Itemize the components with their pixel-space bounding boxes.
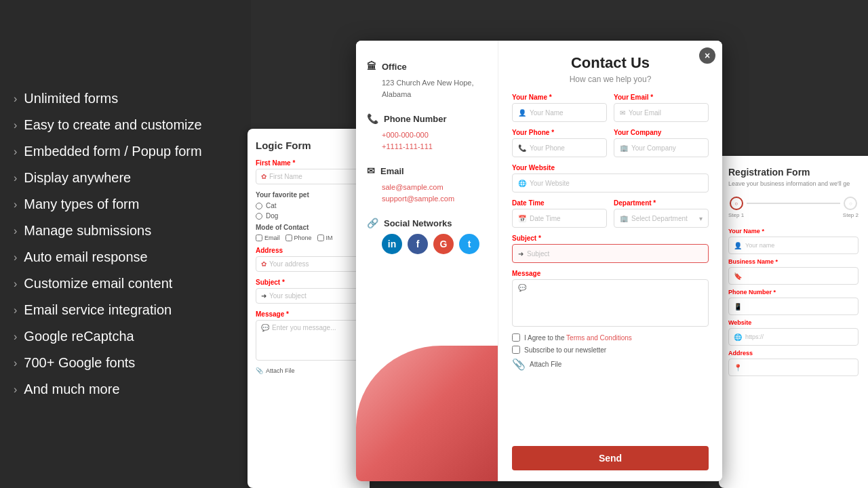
email-1: sale@sample.com (382, 182, 487, 193)
lf-subject-input[interactable]: ➜ Your subject (256, 288, 361, 304)
feature-item: ›Manage submissions (14, 220, 237, 241)
google-icon[interactable]: G (433, 234, 454, 254)
reg-phone-input[interactable]: 📱 (728, 298, 859, 315)
email-title: ✉ Email (367, 165, 487, 176)
reg-name-input[interactable]: 👤 Your name (728, 237, 859, 254)
message-group: Message 💬 (512, 270, 709, 327)
lf-mode-options: Email Phone IM (256, 235, 361, 241)
subject-icon: ➜ (518, 250, 524, 258)
lf-address-label: Address (256, 247, 361, 254)
office-address: 123 Church Ave New Hope, Alabama (367, 77, 487, 100)
lf-mode-email[interactable]: Email (256, 235, 280, 241)
datetime-dept-row: Date Time 📅 Date Time Department * 🏢 Sel… (512, 199, 709, 228)
phone-company-row: Your Phone * 📞 Your Phone Your Company 🏢… (512, 129, 709, 157)
terms-checkbox[interactable] (512, 333, 520, 342)
your-phone-input[interactable]: 📞 Your Phone (512, 138, 607, 157)
lf-first-name-input[interactable]: ✿ First Name (256, 169, 361, 184)
lf-mode-label: Mode of Contact (256, 224, 361, 231)
department-select[interactable]: 🏢 Select Department ▾ (614, 209, 709, 228)
email-2: support@sample.com (382, 193, 487, 205)
attach-row[interactable]: 📎 Attach File (512, 358, 709, 371)
department-label: Department * (614, 199, 709, 207)
message-input[interactable]: 💬 (512, 279, 709, 327)
feature-item: ›Easy to create and customize (14, 115, 237, 136)
email-icon: ✉ (367, 165, 375, 176)
your-name-input[interactable]: 👤 Your Name (512, 103, 607, 122)
reg-business-input[interactable]: 🔖 (728, 267, 859, 285)
feature-label: Auto email response (24, 249, 147, 265)
office-section: 🏛 Office 123 Church Ave New Hope, Alabam… (367, 61, 487, 100)
reg-step-1: ○ Step 1 (728, 197, 744, 218)
your-website-input[interactable]: 🌐 Your Website (512, 174, 709, 192)
your-company-label: Your Company (614, 129, 709, 136)
step-2-circle: ○ (844, 197, 857, 210)
feature-item: ›And much more (14, 379, 237, 400)
feature-label: Easy to create and customize (24, 117, 201, 133)
feature-label: Many types of form (24, 197, 139, 212)
website-input-icon: 🌐 (518, 180, 526, 187)
chevron-right-icon: › (14, 304, 17, 317)
feature-label: Customize email content (24, 276, 172, 291)
your-phone-group: Your Phone * 📞 Your Phone (512, 129, 607, 157)
lf-radio-dog[interactable]: Dog (256, 212, 361, 220)
your-company-input[interactable]: 🏢 Your Company (614, 138, 709, 157)
newsletter-checkbox[interactable] (512, 346, 520, 354)
subject-input[interactable]: ➜ Subject (512, 244, 709, 263)
social-icon: 🔗 (367, 218, 378, 228)
reg-steps: ○ Step 1 ○ Step 2 (728, 197, 859, 218)
feature-item: ›Customize email content (14, 273, 237, 294)
reg-website-input[interactable]: 🌐 https:// (728, 328, 859, 346)
your-website-group: Your Website 🌐 Your Website (512, 164, 709, 192)
step-2-label: Step 2 (843, 212, 859, 218)
email-input-icon: ✉ (620, 109, 625, 117)
your-email-input[interactable]: ✉ Your Email (614, 103, 709, 122)
terms-row: I Agree to the Terms and Conditions (512, 333, 709, 342)
lf-address-input[interactable]: ✿ Your address (256, 256, 361, 272)
phone-input-icon: 📞 (518, 144, 526, 152)
lf-message-input[interactable]: 💬 Enter you message... (256, 320, 361, 361)
lf-first-name-label: First Name * (256, 159, 361, 167)
name-input-icon: 👤 (518, 109, 526, 117)
social-icons-row: in f G t (367, 234, 487, 254)
lf-message-label: Message * (256, 310, 361, 318)
feature-item: ›Display anywhere (14, 167, 237, 188)
phone-numbers: +000-000-000 +1111-111-111 (367, 129, 487, 152)
name-email-row: Your Name * 👤 Your Name Your Email * ✉ Y… (512, 94, 709, 122)
chevron-right-icon: › (14, 119, 17, 131)
feature-label: Display anywhere (24, 170, 131, 186)
chevron-right-icon: › (14, 357, 17, 369)
reg-address-input[interactable]: 📍 (728, 359, 859, 376)
terms-link[interactable]: Terms and Conditions (566, 334, 632, 342)
your-email-label: Your Email * (614, 94, 709, 101)
your-company-group: Your Company 🏢 Your Company (614, 129, 709, 157)
newsletter-row: Subscribe to our newsletter (512, 346, 709, 354)
modal-close-button[interactable]: × (699, 47, 715, 64)
chevron-right-icon: › (14, 199, 17, 211)
lf-mode-im[interactable]: IM (317, 235, 333, 241)
phone-title: 📞 Phone Number (367, 113, 487, 124)
features-panel: ›Unlimited forms›Easy to create and cust… (0, 0, 251, 488)
lf-attach[interactable]: 📎 Attach File (256, 367, 361, 374)
subject-group: Subject * ➜ Subject (512, 235, 709, 263)
reg-name-label: Your Name * (728, 228, 859, 235)
feature-label: And much more (24, 382, 119, 397)
date-time-input[interactable]: 📅 Date Time (512, 209, 607, 228)
reg-form-subtitle: Leave your business information and we'l… (728, 180, 859, 187)
chevron-right-icon: › (14, 251, 17, 264)
attach-icon: 📎 (512, 358, 526, 371)
phone-1: +000-000-000 (382, 129, 487, 141)
feature-item: ›Unlimited forms (14, 88, 237, 109)
lf-mode-phone[interactable]: Phone (285, 235, 312, 241)
chevron-right-icon: › (14, 93, 17, 105)
facebook-icon[interactable]: f (408, 234, 428, 254)
feature-item: ›Many types of form (14, 194, 237, 215)
send-button[interactable]: Send (512, 446, 709, 470)
twitter-icon[interactable]: t (459, 234, 479, 254)
social-title: 🔗 Social Networks (367, 218, 487, 228)
chevron-right-icon: › (14, 225, 17, 237)
reg-form-title: Registration Form (728, 167, 859, 178)
feature-label: Email service integration (24, 302, 172, 318)
phone-2: +1111-111-111 (382, 141, 487, 152)
lf-radio-cat[interactable]: Cat (256, 202, 361, 209)
linkedin-icon[interactable]: in (382, 234, 402, 254)
